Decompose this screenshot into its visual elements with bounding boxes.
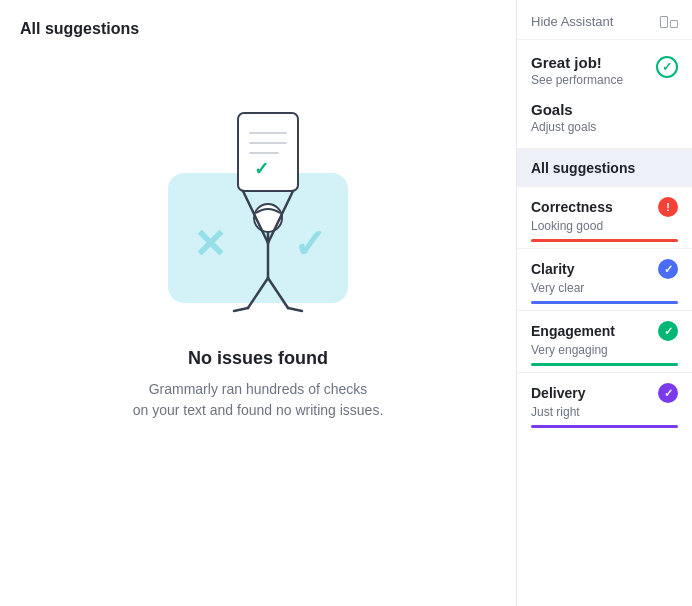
- svg-text:✕: ✕: [193, 222, 227, 266]
- page-title: All suggestions: [20, 20, 496, 38]
- suggestion-desc-1: Very clear: [531, 281, 678, 295]
- see-performance-label: See performance: [531, 73, 623, 87]
- suggestion-item-correctness[interactable]: Correctness ! Looking good: [517, 187, 692, 249]
- suggestion-desc-0: Looking good: [531, 219, 678, 233]
- correctness-icon: !: [658, 197, 678, 217]
- suggestion-item-clarity[interactable]: Clarity ✓ Very clear: [517, 249, 692, 311]
- goals-row[interactable]: Goals Adjust goals: [517, 91, 692, 149]
- left-panel: All suggestions ✕ ✓ ✓: [0, 0, 517, 606]
- suggestion-title-1: Clarity: [531, 261, 575, 277]
- suggestion-item-delivery[interactable]: Delivery ✓ Just right: [517, 373, 692, 434]
- left-header: All suggestions: [20, 20, 496, 38]
- suggestion-header-0: Correctness !: [531, 197, 678, 217]
- suggestion-item-engagement[interactable]: Engagement ✓ Very engaging: [517, 311, 692, 373]
- goals-title: Goals: [531, 101, 678, 118]
- suggestion-header-1: Clarity ✓: [531, 259, 678, 279]
- svg-text:✓: ✓: [254, 159, 269, 179]
- great-job-text: Great job! See performance: [531, 54, 623, 87]
- suggestion-header-3: Delivery ✓: [531, 383, 678, 403]
- suggestion-bar-2: [531, 363, 678, 366]
- delivery-icon: ✓: [658, 383, 678, 403]
- svg-line-15: [288, 308, 302, 311]
- suggestion-bar-1: [531, 301, 678, 304]
- great-job-title: Great job!: [531, 54, 623, 71]
- suggestion-bar-3: [531, 425, 678, 428]
- hide-assistant-row[interactable]: Hide Assistant: [517, 0, 692, 40]
- suggestion-desc-3: Just right: [531, 405, 678, 419]
- checkmark: ✓: [662, 60, 672, 74]
- no-issues-title: No issues found: [188, 348, 328, 369]
- svg-text:✓: ✓: [293, 222, 327, 266]
- illustration: ✕ ✓ ✓: [128, 68, 388, 328]
- suggestion-header-2: Engagement ✓: [531, 321, 678, 341]
- suggestions-list: Correctness ! Looking good Clarity ✓ Ver…: [517, 187, 692, 434]
- panel-icon-bar1: [660, 16, 668, 28]
- panel-icon-bar2: [670, 20, 678, 28]
- svg-line-14: [234, 308, 248, 311]
- all-suggestions-section: All suggestions: [517, 149, 692, 187]
- engagement-icon: ✓: [658, 321, 678, 341]
- great-job-row[interactable]: Great job! See performance ✓: [517, 40, 692, 91]
- hide-assistant-icon: [660, 16, 678, 28]
- suggestion-title-3: Delivery: [531, 385, 585, 401]
- hide-assistant-label: Hide Assistant: [531, 14, 613, 29]
- suggestion-title-0: Correctness: [531, 199, 613, 215]
- adjust-goals-label: Adjust goals: [531, 120, 678, 134]
- great-job-check-icon: ✓: [656, 56, 678, 78]
- no-issues-desc: Grammarly ran hundreds of checks on your…: [133, 379, 384, 421]
- suggestion-desc-2: Very engaging: [531, 343, 678, 357]
- right-panel: Hide Assistant Great job! See performanc…: [517, 0, 692, 606]
- suggestion-bar-0: [531, 239, 678, 242]
- suggestion-title-2: Engagement: [531, 323, 615, 339]
- clarity-icon: ✓: [658, 259, 678, 279]
- all-suggestions-label: All suggestions: [531, 160, 635, 176]
